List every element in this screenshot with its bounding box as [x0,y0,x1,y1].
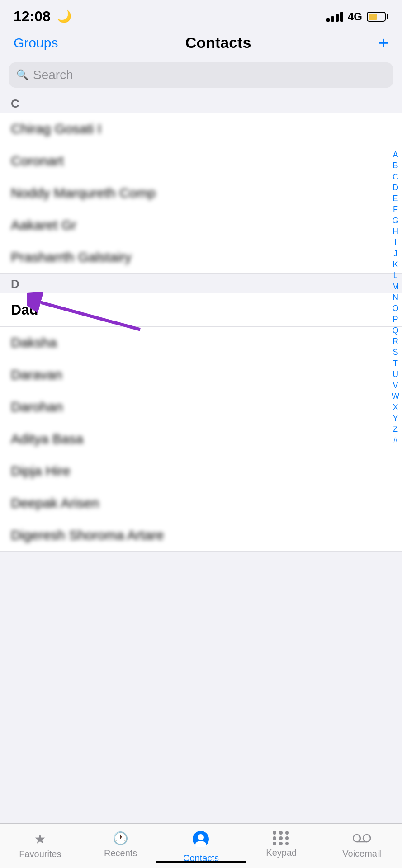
battery-tip [387,14,388,19]
alpha-t[interactable]: T [393,358,398,369]
list-item[interactable]: Darohan [0,391,402,423]
alpha-q[interactable]: Q [392,325,398,336]
alpha-u[interactable]: U [393,369,398,380]
battery [367,12,388,22]
alpha-e[interactable]: E [393,193,398,204]
tab-keypad-label: Keypad [266,848,297,858]
signal-bar-1 [326,18,330,22]
list-item[interactable]: Deepak Arisen [0,487,402,519]
alpha-r[interactable]: R [393,336,398,347]
list-item[interactable]: Digeresh Shoroma Artare [0,519,402,552]
contact-dad[interactable]: Dad [0,293,402,327]
search-input[interactable]: Search [33,68,73,82]
favourites-icon: ★ [34,831,46,847]
alpha-m[interactable]: M [392,281,399,292]
alpha-b[interactable]: B [393,160,398,171]
list-item[interactable]: Daksha [0,327,402,359]
contacts-icon [193,831,209,851]
alpha-a[interactable]: A [393,149,398,160]
tab-voicemail[interactable]: Voicemail [322,831,402,859]
alpha-j[interactable]: J [393,248,397,259]
battery-fill [369,14,377,20]
contacts-list: C Chirag Gosati I Coronart Noddy Marqure… [0,93,402,552]
search-icon: 🔍 [16,69,28,81]
alpha-y[interactable]: Y [393,413,398,424]
alpha-c[interactable]: C [393,171,398,182]
list-item[interactable]: Daravan [0,359,402,391]
alphabet-index[interactable]: A B C D E F G H I J K L M N O P Q R S T … [392,149,399,446]
tab-favourites[interactable]: ★ Favourites [0,831,80,859]
alpha-x[interactable]: X [393,402,398,413]
search-container: 🔍 Search [0,59,402,93]
page-title: Contacts [185,34,251,52]
tab-recents[interactable]: 🕐 Recents [80,831,161,859]
signal-bar-2 [331,16,334,22]
recents-icon: 🕐 [113,831,128,846]
signal-bar-3 [336,14,339,22]
svg-point-3 [198,834,204,840]
alpha-n[interactable]: N [393,292,398,303]
nav-bar: Groups Contacts + [0,29,402,59]
alpha-d[interactable]: D [393,182,398,193]
tab-contacts[interactable]: Contacts [161,831,241,863]
keypad-icon [273,831,290,845]
svg-point-5 [353,835,360,842]
section-header-d: D [0,274,402,293]
status-right: 4G [326,10,388,23]
list-item[interactable]: Noddy Marqureth Comp [0,177,402,209]
tab-favourites-label: Favourites [19,849,61,859]
signal-bar-4 [340,12,343,22]
moon-icon: 🌙 [57,9,71,24]
alpha-p[interactable]: P [393,314,398,325]
alpha-i[interactable]: I [394,237,397,248]
alpha-hash[interactable]: # [393,435,397,446]
alpha-k[interactable]: K [393,259,398,270]
search-bar[interactable]: 🔍 Search [9,62,393,88]
alpha-h[interactable]: H [393,226,398,237]
list-item[interactable]: Prasharrth Galstairy [0,241,402,274]
alpha-v[interactable]: V [393,380,398,391]
tab-voicemail-label: Voicemail [342,849,381,859]
alpha-s[interactable]: S [393,347,398,358]
alpha-f[interactable]: F [393,204,398,215]
alpha-g[interactable]: G [392,215,398,226]
dad-row-container: Dad [0,293,402,327]
alpha-l[interactable]: L [393,270,397,281]
add-contact-button[interactable]: + [378,34,388,52]
list-item[interactable]: Coronart [0,145,402,177]
voicemail-icon [353,831,371,846]
groups-button[interactable]: Groups [14,35,58,51]
signal-4g-label: 4G [348,10,362,23]
battery-body [367,12,386,22]
signal-bars [326,12,343,22]
list-item[interactable]: Aditya Basa [0,423,402,455]
status-time: 12:08 [14,8,51,25]
svg-point-6 [363,835,370,842]
home-indicator [156,861,246,863]
list-item[interactable]: Dipja Hire [0,455,402,487]
list-item[interactable]: Aakaret Gr [0,209,402,241]
tab-recents-label: Recents [104,848,137,859]
tab-keypad[interactable]: Keypad [241,831,322,858]
status-bar: 12:08 🌙 4G [0,0,402,29]
list-item[interactable]: Chirag Gosati I [0,113,402,145]
alpha-w[interactable]: W [392,391,399,402]
alpha-z[interactable]: Z [393,424,398,434]
section-header-c: C [0,93,402,113]
alpha-o[interactable]: O [392,303,398,314]
